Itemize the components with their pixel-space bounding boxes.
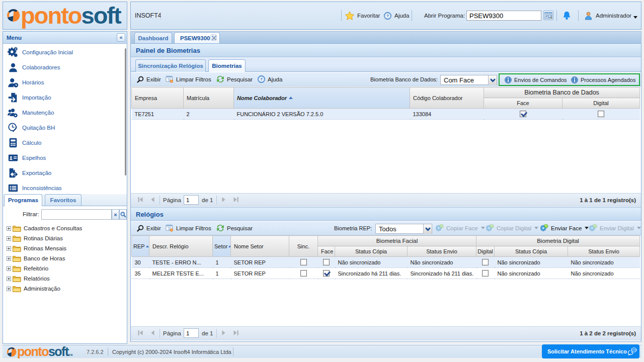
svg-text:?: ? [260, 77, 263, 81]
svg-text:?: ? [386, 14, 389, 18]
